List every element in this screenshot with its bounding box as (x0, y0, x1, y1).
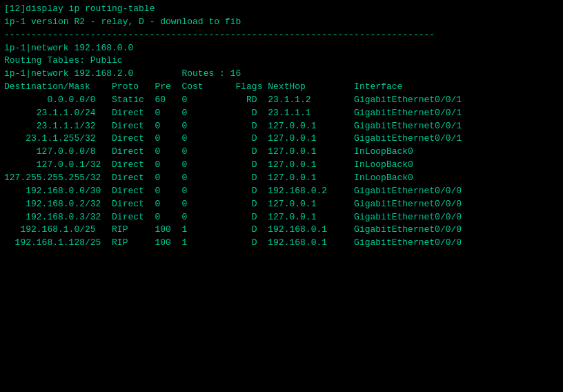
terminal-line-9: 0.0.0.0/0 Static 60 0 RD 23.1.1.2 Gigabi… (4, 94, 559, 107)
terminal-line-12: 23.1.1.255/32 Direct 0 0 D 127.0.0.1 Gig… (4, 133, 559, 146)
terminal-line-2: ----------------------------------------… (4, 29, 559, 42)
terminal-line-15: 127.255.255.255/32 Direct 0 0 D 127.0.0.… (4, 172, 559, 185)
terminal-line-5: ip-1|network 192.168.2.0 Routes : 16 (4, 68, 559, 81)
terminal-line-14: 127.0.0.1/32 Direct 0 0 D 127.0.0.1 InLo… (4, 159, 559, 172)
terminal-line-7: Destination/Mask Proto Pre Cost Flags Ne… (4, 81, 559, 94)
terminal-line-17: 192.168.0.2/32 Direct 0 0 D 127.0.0.1 Gi… (4, 198, 559, 211)
terminal-line-10: 23.1.1.0/24 Direct 0 0 D 23.1.1.1 Gigabi… (4, 107, 559, 120)
terminal-line-11: 23.1.1.1/32 Direct 0 0 D 127.0.0.1 Gigab… (4, 120, 559, 133)
terminal-line-20: 192.168.1.128/25 RIP 100 1 D 192.168.0.1… (4, 237, 559, 250)
terminal-line-1: ip-1 version R2 - relay, D - download to… (4, 16, 559, 29)
terminal-line-13: 127.0.0.0/8 Direct 0 0 D 127.0.0.1 InLoo… (4, 146, 559, 159)
terminal-output: [12]display ip routing-tableip-1 version… (4, 3, 559, 250)
terminal-line-3: ip-1|network 192.168.0.0 (4, 42, 559, 55)
terminal-line-18: 192.168.0.3/32 Direct 0 0 D 127.0.0.1 Gi… (4, 211, 559, 224)
terminal-line-16: 192.168.0.0/30 Direct 0 0 D 192.168.0.2 … (4, 185, 559, 198)
terminal-line-19: 192.168.1.0/25 RIP 100 1 D 192.168.0.1 G… (4, 224, 559, 237)
terminal-line-4: Routing Tables: Public (4, 55, 559, 68)
terminal-line-0: [12]display ip routing-table (4, 3, 559, 16)
